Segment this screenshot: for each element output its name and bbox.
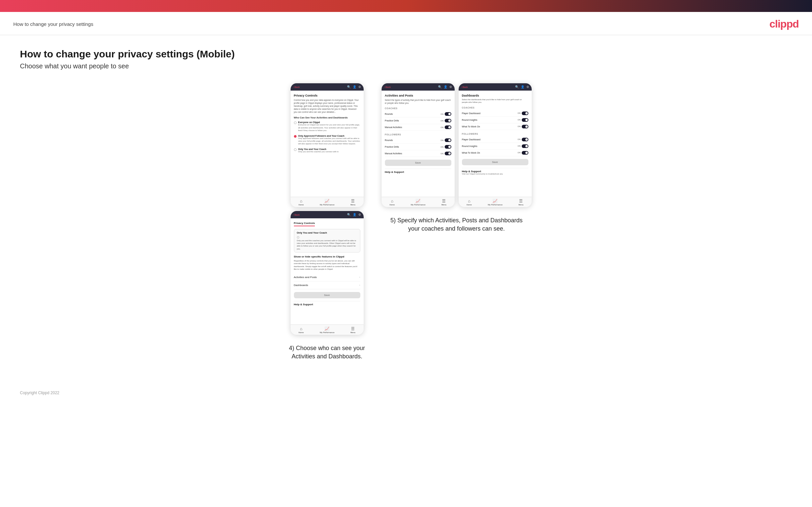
menu-row-dashboards[interactable]: Dashboards › — [294, 281, 360, 289]
help-support-2: Help & Support — [294, 301, 360, 307]
toggle-manual-follower[interactable]: Manual Activities ON — [385, 150, 451, 157]
coaches-label-3: COACHES — [385, 107, 451, 110]
phone-body-4: Dashboards Select the dashboards that yo… — [459, 91, 532, 197]
help-support-4: Help & Support Visit our Clippd communit… — [462, 168, 528, 176]
search-icon-3[interactable]: 🔍 — [438, 85, 442, 89]
followers-label-3: FOLLOWERS — [385, 133, 451, 136]
search-icon[interactable]: 🔍 — [347, 85, 351, 89]
search-icon-4[interactable]: 🔍 — [515, 85, 519, 89]
toggle-pill-manual-coach[interactable] — [445, 125, 451, 129]
back-button-2[interactable]: ‹ Back — [293, 214, 300, 216]
toggle-pill-round-insights-coach[interactable] — [522, 118, 528, 122]
top-bar — [0, 0, 812, 12]
nav-icons-3: 🔍 👤 ⚙ — [438, 85, 452, 89]
screenshot-group-2: ‹ Back 🔍 👤 ⚙ Activities and Posts Select… — [382, 83, 532, 233]
toggle-pill-what-to-work-coach[interactable] — [522, 125, 528, 128]
nav-icons-4: 🔍 👤 ⚙ — [515, 85, 529, 89]
person-icon-2[interactable]: 👤 — [353, 213, 356, 216]
toggle-drills-coach[interactable]: Practice Drills ON — [385, 117, 451, 124]
toggle-drills-follower[interactable]: Practice Drills ON — [385, 144, 451, 150]
radio-circle-followers — [294, 135, 297, 138]
bottom-nav-home-1[interactable]: ⌂ Home — [299, 199, 304, 206]
toggle-manual-coach[interactable]: Manual Activities ON — [385, 124, 451, 131]
settings-icon-4[interactable]: ⚙ — [526, 85, 529, 89]
settings-icon[interactable]: ⚙ — [358, 85, 361, 89]
radio-option-followers[interactable]: Only Approved Followers and Your Coach O… — [294, 135, 360, 145]
toggle-pill-rounds-follower[interactable] — [445, 138, 451, 142]
save-button-4[interactable]: Save — [462, 159, 528, 165]
bottom-nav-performance-3[interactable]: 📈 My Performance — [411, 199, 425, 206]
person-icon-3[interactable]: 👤 — [444, 85, 447, 89]
bottom-nav-home-4[interactable]: ⌂ Home — [467, 199, 472, 206]
toggle-pill-round-insights-follower[interactable] — [522, 144, 528, 148]
person-icon-4[interactable]: 👤 — [521, 85, 524, 89]
bottom-nav-performance-1[interactable]: 📈 My Performance — [320, 199, 335, 206]
toggle-player-dash-coach[interactable]: Player Dashboard ON — [462, 110, 528, 117]
phone-body-3: Activities and Posts Select the types of… — [382, 91, 455, 197]
back-button-4[interactable]: ‹ Back — [461, 86, 468, 88]
caption-1: 4) Choose who can see your Activities an… — [281, 344, 373, 361]
help-label-3: Help & Support — [385, 171, 451, 174]
popup-desc: Only you and the coaches you connect wit… — [297, 239, 357, 250]
menu-icon-4: ☰ — [519, 199, 523, 204]
bottom-nav-menu-3[interactable]: ☰ Menu — [441, 199, 446, 206]
radio-option-everyone[interactable]: Everyone on Clippd Everyone on Clippd ca… — [294, 121, 360, 132]
bottom-nav-home-2[interactable]: ⌂ Home — [299, 327, 304, 333]
radio-circle-coach-only — [294, 148, 297, 151]
toggle-what-to-work-coach[interactable]: What To Work On ON — [462, 123, 528, 130]
toggle-player-dash-follower[interactable]: Player Dashboard ON — [462, 136, 528, 143]
bottom-nav-menu-1[interactable]: ☰ Menu — [350, 199, 355, 206]
back-button-3[interactable]: ‹ Back — [384, 86, 391, 88]
toggle-round-insights-follower[interactable]: Round Insights ON — [462, 143, 528, 150]
toggle-rounds-follower[interactable]: Rounds ON — [385, 137, 451, 144]
bottom-nav-performance-4[interactable]: 📈 My Performance — [488, 199, 503, 206]
page-subtitle: Choose what you want people to see — [20, 62, 792, 70]
menu-icon-1: ☰ — [351, 199, 355, 204]
save-button-2[interactable]: Save — [294, 292, 360, 298]
bottom-nav-menu-2[interactable]: ☰ Menu — [350, 327, 355, 333]
toggle-pill-drills-follower[interactable] — [445, 145, 451, 149]
settings-icon-2[interactable]: ⚙ — [358, 213, 361, 216]
save-button-3[interactable]: Save — [385, 160, 451, 166]
activities-posts-title: Activities and Posts — [385, 94, 451, 97]
screenshot-group-1: ‹ Back 🔍 👤 ⚙ Privacy Controls Control ho… — [281, 83, 373, 361]
radio-desc-everyone: Everyone on Clippd can search for you an… — [298, 123, 360, 132]
home-icon-3: ⌂ — [391, 199, 393, 204]
toggle-pill-drills-coach[interactable] — [445, 119, 451, 122]
toggle-pill-rounds-coach[interactable] — [445, 112, 451, 116]
radio-desc-coach-only: Only you and the coaches you connect wit… — [298, 150, 339, 153]
help-label-4: Help & Support — [462, 170, 528, 173]
bottom-nav-1: ⌂ Home 📈 My Performance ☰ Menu — [291, 197, 364, 207]
toggle-what-to-work-follower[interactable]: What To Work On ON — [462, 150, 528, 156]
nav-icons-1: 🔍 👤 ⚙ — [347, 85, 361, 89]
footer: Copyright Clippd 2022 — [0, 381, 812, 405]
back-button-1[interactable]: ‹ Back — [293, 86, 300, 88]
home-icon-2: ⌂ — [300, 327, 302, 331]
person-icon[interactable]: 👤 — [353, 85, 356, 89]
home-icon-1: ⌂ — [300, 199, 302, 204]
privacy-tab-2[interactable]: Privacy Controls — [294, 222, 315, 226]
settings-icon-3[interactable]: ⚙ — [449, 85, 452, 89]
toggle-pill-player-dash-coach[interactable] — [522, 111, 528, 115]
toggle-pill-player-dash-follower[interactable] — [522, 138, 528, 142]
bottom-nav-home-3[interactable]: ⌂ Home — [390, 199, 395, 206]
popup-radio-row — [297, 236, 357, 238]
search-icon-2[interactable]: 🔍 — [347, 213, 351, 216]
phone-nav-2: ‹ Back 🔍 👤 ⚙ — [291, 211, 364, 218]
toggle-pill-what-to-work-follower[interactable] — [522, 151, 528, 155]
phone-body-1: Privacy Controls Control how you and you… — [291, 91, 364, 197]
menu-icon-2: ☰ — [351, 327, 355, 331]
header-title: How to change your privacy settings — [13, 21, 93, 27]
radio-option-coach-only[interactable]: Only You and Your Coach Only you and the… — [294, 148, 360, 153]
privacy-controls-title: Privacy Controls — [294, 94, 360, 97]
bottom-nav-menu-4[interactable]: ☰ Menu — [518, 199, 523, 206]
phone-nav-1: ‹ Back 🔍 👤 ⚙ — [291, 83, 364, 91]
bottom-nav-performance-2[interactable]: 📈 My Performance — [320, 327, 335, 333]
phone-nav-4: ‹ Back 🔍 👤 ⚙ — [459, 83, 532, 91]
show-hide-desc: Regardless of the privacy controls that … — [294, 260, 360, 271]
menu-row-activities[interactable]: Activities and Posts › — [294, 273, 360, 281]
toggle-round-insights-coach[interactable]: Round Insights ON — [462, 117, 528, 123]
toggle-rounds-coach[interactable]: Rounds ON — [385, 111, 451, 117]
home-icon-4: ⌂ — [468, 199, 470, 204]
toggle-pill-manual-follower[interactable] — [445, 152, 451, 155]
